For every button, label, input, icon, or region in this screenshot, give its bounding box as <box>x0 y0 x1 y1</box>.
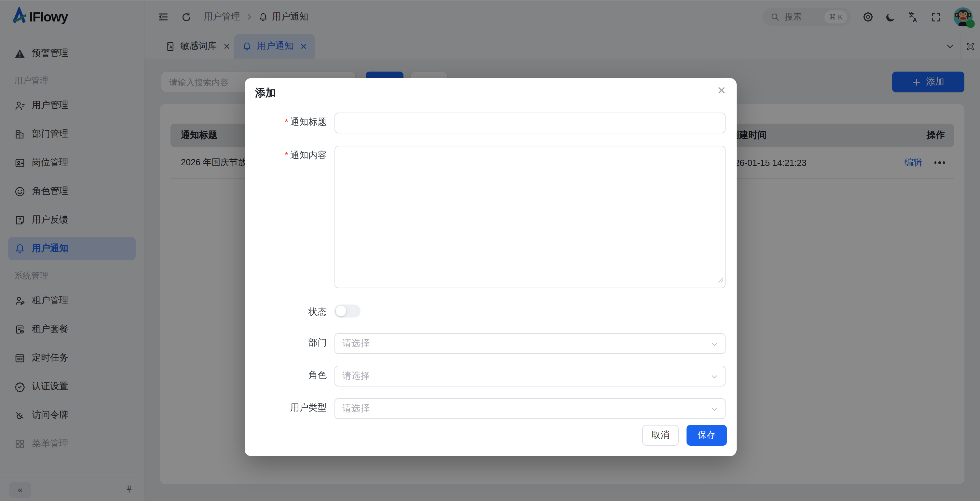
user-type-select[interactable]: 请选择 <box>334 398 725 419</box>
cancel-button[interactable]: 取消 <box>642 425 679 446</box>
department-select[interactable]: 请选择 <box>334 333 725 354</box>
field-row-role: 角色 请选择 <box>245 366 737 386</box>
notification-title-input[interactable] <box>334 113 725 134</box>
field-row-content: *通知内容 <box>245 146 737 288</box>
field-label: 状态 <box>245 302 327 318</box>
modal-close-icon[interactable]: ✕ <box>717 85 727 96</box>
save-button[interactable]: 保存 <box>687 425 727 446</box>
add-notification-modal: 添加 ✕ *通知标题 *通知内容 状态 部门 请选 <box>245 78 737 456</box>
field-row-department: 部门 请选择 <box>245 333 737 354</box>
modal-footer: 取消 保存 <box>642 425 727 446</box>
field-row-user-type: 用户类型 请选择 <box>245 398 737 419</box>
status-toggle[interactable] <box>334 304 361 318</box>
field-label: 角色 <box>245 366 327 386</box>
chevron-down-icon <box>711 340 718 350</box>
field-row-title: *通知标题 <box>245 113 737 134</box>
field-label: 部门 <box>245 333 327 354</box>
app-window: IFlowy 预警管理 用户管理 用户管理 部门 <box>0 0 980 501</box>
chevron-down-icon <box>711 372 718 383</box>
resize-grip-icon[interactable] <box>717 274 724 286</box>
field-label: 用户类型 <box>245 398 327 419</box>
role-select[interactable]: 请选择 <box>334 366 725 386</box>
field-row-status: 状态 <box>245 302 737 318</box>
toggle-knob <box>336 306 346 316</box>
chevron-down-icon <box>711 405 718 415</box>
field-label: *通知标题 <box>245 113 327 134</box>
field-label: *通知内容 <box>245 146 327 288</box>
modal-title: 添加 <box>255 86 276 100</box>
notification-content-textarea[interactable] <box>334 146 725 288</box>
